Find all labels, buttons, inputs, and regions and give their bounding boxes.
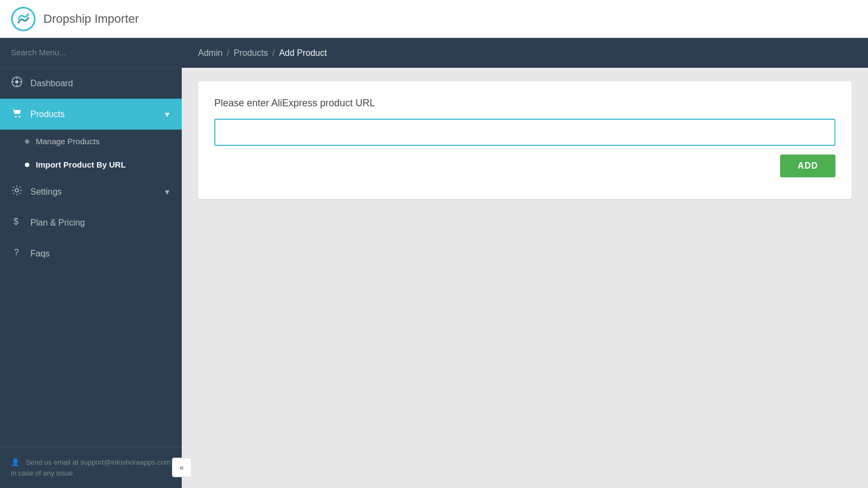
content-area: Admin / Products / Add Product Please en…: [182, 38, 868, 488]
svg-point-7: [15, 116, 17, 118]
sidebar: Dashboard Products ▼ Manage Products: [0, 38, 182, 488]
svg-point-2: [15, 80, 18, 84]
user-icon: 👤: [11, 458, 20, 466]
sidebar-footer: 👤 Send us email at support@infoshoreapps…: [0, 447, 182, 488]
breadcrumb-sep-1: /: [227, 48, 229, 58]
cart-icon: [11, 107, 23, 121]
breadcrumb-admin[interactable]: Admin: [198, 48, 222, 58]
question-icon: ?: [11, 247, 23, 260]
aliexpress-url-input[interactable]: [214, 119, 835, 146]
top-header: Dropship Importer: [0, 0, 868, 38]
sidebar-item-plan[interactable]: $ Plan & Pricing: [0, 207, 182, 238]
dollar-icon: $: [11, 216, 23, 229]
add-btn-row: ADD: [214, 155, 835, 177]
products-chevron-icon: ▼: [163, 110, 171, 119]
collapse-sidebar-button[interactable]: «: [172, 458, 192, 477]
card-title: Please enter AliExpress product URL: [214, 98, 835, 109]
import-product-dot: [25, 163, 29, 167]
dashboard-icon: [11, 76, 23, 90]
main-layout: Dashboard Products ▼ Manage Products: [0, 38, 868, 488]
collapse-icon: «: [180, 463, 184, 472]
sidebar-item-dashboard[interactable]: Dashboard: [0, 68, 182, 99]
svg-point-9: [15, 189, 18, 192]
sidebar-item-settings[interactable]: Settings ▼: [0, 176, 182, 207]
svg-point-8: [19, 116, 21, 118]
app-logo-icon: [11, 7, 36, 31]
sidebar-item-products-label: Products: [30, 110, 156, 119]
breadcrumb-sep-2: /: [272, 48, 275, 58]
sidebar-item-faqs[interactable]: ? Faqs: [0, 238, 182, 269]
sidebar-item-settings-label: Settings: [30, 187, 156, 197]
breadcrumb-add-product: Add Product: [279, 48, 327, 58]
svg-text:$: $: [14, 217, 18, 226]
sidebar-item-dashboard-label: Dashboard: [30, 79, 171, 88]
sidebar-nav: Dashboard Products ▼ Manage Products: [0, 68, 182, 447]
svg-text:?: ?: [14, 248, 19, 257]
sidebar-search-container: [0, 38, 182, 68]
manage-products-label: Manage Products: [36, 137, 100, 146]
sidebar-item-plan-label: Plan & Pricing: [30, 218, 171, 228]
breadcrumb-bar: Admin / Products / Add Product: [182, 38, 868, 68]
breadcrumb-products[interactable]: Products: [234, 48, 268, 58]
footer-text: Send us email at support@infoshoreapps.c…: [11, 458, 170, 477]
svg-point-0: [12, 8, 35, 30]
sidebar-item-products[interactable]: Products ▼: [0, 99, 182, 130]
import-product-label: Import Product By URL: [36, 160, 126, 169]
page-content: Please enter AliExpress product URL ADD: [182, 68, 868, 488]
sidebar-subitem-manage-products[interactable]: Manage Products: [0, 130, 182, 153]
search-input[interactable]: [11, 48, 171, 57]
sidebar-item-faqs-label: Faqs: [30, 249, 171, 259]
settings-chevron-icon: ▼: [163, 188, 171, 196]
app-title: Dropship Importer: [43, 12, 139, 26]
import-card: Please enter AliExpress product URL ADD: [198, 81, 852, 199]
sidebar-subitem-import-product[interactable]: Import Product By URL: [0, 153, 182, 176]
gear-icon: [11, 185, 23, 198]
manage-products-dot: [25, 139, 29, 144]
add-product-button[interactable]: ADD: [780, 155, 835, 177]
